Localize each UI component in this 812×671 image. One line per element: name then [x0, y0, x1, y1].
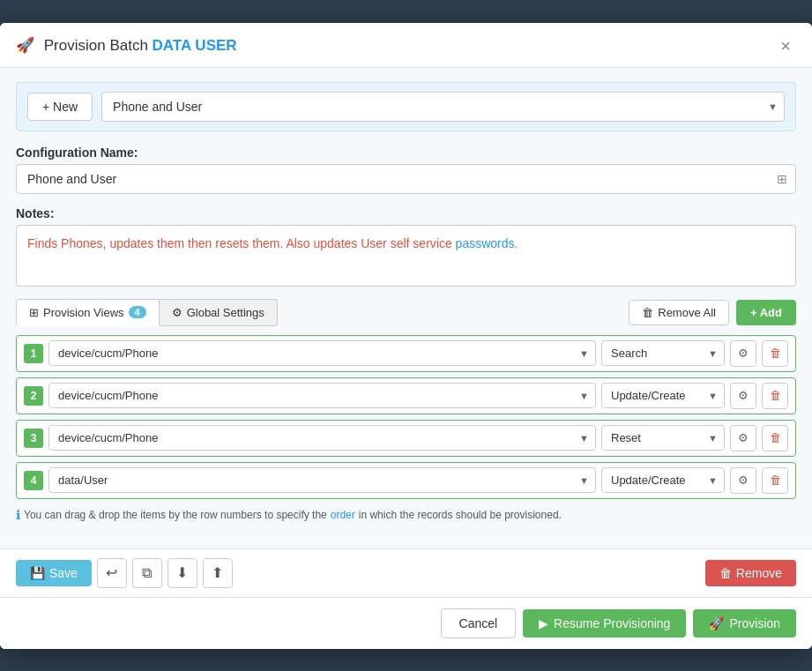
config-select-wrapper: Phone and User Data User Default ▼ — [101, 92, 785, 122]
row-delete-button-4[interactable]: 🗑 — [762, 467, 788, 494]
drag-hint-text-1: You can drag & drop the items by the row… — [24, 509, 327, 521]
notes-section: Notes: Finds Phones, updates them then r… — [16, 206, 796, 287]
save-icon: 💾 — [30, 566, 45, 580]
play-icon: ▶ — [539, 616, 548, 630]
add-button[interactable]: + Add — [736, 300, 796, 325]
remove-button[interactable]: 🗑 Remove — [705, 560, 796, 586]
row-action-wrapper-2: Search Update/Create Reset Delete ▼ — [601, 383, 725, 408]
info-icon: ℹ — [16, 508, 20, 522]
row-action-select-4[interactable]: Search Update/Create Reset Delete — [601, 467, 725, 493]
row-delete-button-3[interactable]: 🗑 — [762, 425, 788, 451]
remove-all-button[interactable]: 🗑 Remove All — [629, 300, 729, 325]
row-number-1: 1 — [24, 344, 43, 363]
row-number-2: 2 — [24, 386, 43, 406]
trash-icon-3: 🗑 — [770, 431, 781, 444]
copy-icon: ⧉ — [142, 565, 152, 581]
gear-icon-3: ⚙ — [738, 431, 749, 444]
upload-icon: ⬆ — [212, 564, 223, 581]
tabs-row: ⊞ Provision Views 4 ⚙ Global Settings 🗑 … — [16, 299, 796, 326]
config-name-input[interactable] — [16, 164, 796, 194]
notes-text-red: Finds Phones, updates them then resets t… — [27, 236, 456, 250]
row-action-select-3[interactable]: Search Update/Create Reset Delete — [601, 425, 725, 451]
table-row: 2 device/cucm/Phone data/User ▼ Search U… — [16, 377, 796, 414]
provision-views-label: Provision Views — [43, 306, 124, 319]
row-action-select-1[interactable]: Search Update/Create Reset Delete — [601, 340, 725, 366]
remove-all-label: Remove All — [658, 306, 716, 319]
drag-hint-text-2: in which the records should be provision… — [359, 509, 562, 521]
row-action-select-2[interactable]: Search Update/Create Reset Delete — [601, 383, 725, 408]
upload-button[interactable]: ⬆ — [203, 558, 233, 588]
row-path-wrapper-1: device/cucm/Phone data/User ▼ — [48, 340, 596, 366]
notes-label: Notes: — [16, 206, 796, 220]
provision-rows-container: 1 device/cucm/Phone data/User ▼ Search U… — [16, 335, 796, 499]
gear-settings-icon: ⚙ — [172, 306, 183, 319]
row-number-4: 4 — [24, 471, 43, 490]
row-path-wrapper-3: device/cucm/Phone data/User ▼ — [48, 425, 596, 451]
rocket-provision-icon: 🚀 — [709, 616, 724, 630]
gear-icon-4: ⚙ — [738, 473, 749, 487]
add-label: + Add — [750, 306, 782, 319]
gear-icon-2: ⚙ — [738, 389, 749, 402]
notes-link-text: passwords — [456, 236, 515, 250]
provision-button[interactable]: 🚀 Provision — [693, 609, 796, 637]
row-settings-button-4[interactable]: ⚙ — [730, 467, 756, 494]
modal-header: 🚀 Provision Batch DATA USER × — [0, 23, 812, 68]
row-settings-button-1[interactable]: ⚙ — [730, 340, 756, 367]
copy-button[interactable]: ⧉ — [132, 558, 162, 588]
tab-provision-views[interactable]: ⊞ Provision Views 4 — [16, 299, 160, 326]
row-settings-button-2[interactable]: ⚙ — [730, 383, 756, 409]
row-path-wrapper-4: device/cucm/Phone data/User ▼ — [48, 467, 596, 493]
notes-display: Finds Phones, updates them then resets t… — [16, 225, 796, 287]
row-path-select-3[interactable]: device/cucm/Phone data/User — [48, 425, 596, 451]
config-select[interactable]: Phone and User Data User Default — [101, 92, 785, 122]
table-row: 4 device/cucm/Phone data/User ▼ Search U… — [16, 462, 796, 499]
top-toolbar: + New Phone and User Data User Default ▼ — [16, 82, 796, 131]
tabs-right: 🗑 Remove All + Add — [629, 300, 796, 325]
new-button[interactable]: + New — [27, 93, 93, 121]
copy-config-icon: ⊞ — [777, 172, 787, 186]
row-action-wrapper-4: Search Update/Create Reset Delete ▼ — [601, 467, 725, 493]
modal-close-button[interactable]: × — [775, 35, 796, 56]
row-path-select-4[interactable]: device/cucm/Phone data/User — [48, 467, 596, 493]
row-settings-button-3[interactable]: ⚙ — [730, 425, 756, 451]
gear-icon-1: ⚙ — [738, 347, 749, 360]
config-name-wrapper: ⊞ — [16, 164, 796, 194]
row-delete-button-2[interactable]: 🗑 — [762, 383, 788, 409]
drag-hint: ℹ You can drag & drop the items by the r… — [16, 508, 796, 522]
table-row: 1 device/cucm/Phone data/User ▼ Search U… — [16, 335, 796, 372]
download-icon: ⬇ — [176, 564, 188, 581]
config-name-label: Configuration Name: — [16, 145, 796, 160]
remove-label: Remove — [736, 566, 782, 580]
resume-label: Resume Provisioning — [554, 616, 670, 630]
row-number-3: 3 — [24, 429, 43, 448]
modal-title: 🚀 Provision Batch DATA USER — [16, 36, 237, 55]
row-delete-button-1[interactable]: 🗑 — [762, 340, 788, 367]
table-icon: ⊞ — [29, 306, 39, 319]
trash-icon-2: 🗑 — [770, 389, 781, 402]
download-button[interactable]: ⬇ — [168, 558, 197, 588]
config-name-section: Configuration Name: ⊞ — [16, 145, 796, 194]
table-row: 3 device/cucm/Phone data/User ▼ Search U… — [16, 420, 796, 457]
provision-label: Provision — [729, 616, 780, 630]
trash-icon-4: 🗑 — [770, 473, 781, 487]
row-path-wrapper-2: device/cucm/Phone data/User ▼ — [48, 383, 596, 408]
row-path-select-2[interactable]: device/cucm/Phone data/User — [48, 383, 596, 408]
provision-batch-modal: 🚀 Provision Batch DATA USER × + New Phon… — [0, 23, 812, 649]
undo-icon: ↩ — [106, 564, 117, 581]
row-path-select-1[interactable]: device/cucm/Phone data/User — [48, 340, 596, 366]
row-action-wrapper-3: Search Update/Create Reset Delete ▼ — [601, 425, 725, 451]
rocket-icon: 🚀 — [16, 37, 34, 54]
row-action-wrapper-1: Search Update/Create Reset Delete ▼ — [601, 340, 725, 366]
modal-footer: Cancel ▶ Resume Provisioning 🚀 Provision — [0, 597, 812, 649]
undo-button[interactable]: ↩ — [97, 558, 127, 588]
bottom-toolbar: 💾 Save ↩ ⧉ ⬇ ⬆ 🗑 Remove — [0, 548, 812, 597]
save-label: Save — [49, 566, 78, 580]
title-bold: DATA USER — [153, 37, 237, 54]
drag-hint-link: order — [331, 509, 355, 521]
trash-remove-icon: 🗑 — [642, 306, 653, 319]
cancel-button[interactable]: Cancel — [441, 608, 517, 638]
save-button[interactable]: 💾 Save — [16, 560, 92, 586]
trash-remove-btn-icon: 🗑 — [719, 566, 732, 580]
tab-global-settings[interactable]: ⚙ Global Settings — [160, 299, 278, 326]
resume-provisioning-button[interactable]: ▶ Resume Provisioning — [523, 609, 686, 637]
